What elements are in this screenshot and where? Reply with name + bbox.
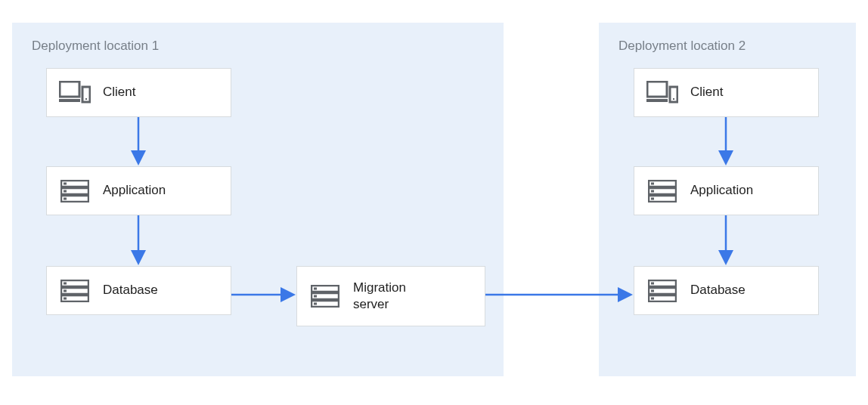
svg-rect-22	[647, 82, 667, 97]
svg-rect-29	[651, 190, 654, 192]
svg-rect-37	[651, 297, 654, 299]
node-migration-server: Migration server	[296, 266, 485, 326]
svg-rect-5	[64, 182, 67, 184]
client-devices-icon	[59, 77, 91, 109]
svg-rect-21	[314, 303, 317, 305]
node-application-2: Application	[634, 166, 819, 215]
svg-rect-13	[64, 289, 67, 292]
svg-rect-33	[651, 282, 654, 284]
server-rack-icon	[59, 275, 91, 307]
node-client-2-label: Client	[690, 84, 723, 100]
client-devices-icon	[646, 77, 678, 109]
server-rack-icon	[309, 280, 341, 312]
node-application-1-label: Application	[103, 182, 166, 199]
svg-rect-19	[314, 295, 317, 298]
region-1-title-text: Deployment location 1	[32, 39, 159, 53]
server-rack-icon	[59, 175, 91, 207]
region-2-title-text: Deployment location 2	[618, 39, 746, 53]
svg-rect-9	[64, 197, 67, 199]
node-database-2-label: Database	[690, 282, 746, 298]
server-rack-icon	[646, 175, 678, 207]
svg-rect-0	[60, 82, 79, 97]
region-1-title: Deployment location 1	[32, 39, 159, 54]
svg-rect-35	[651, 289, 654, 292]
region-2-title: Deployment location 2	[618, 39, 746, 54]
node-client-1: Client	[46, 68, 231, 117]
svg-rect-17	[314, 288, 317, 290]
node-database-1: Database	[46, 266, 231, 315]
node-application-1: Application	[46, 166, 231, 215]
node-migration-server-label: Migration server	[353, 280, 406, 313]
node-application-2-label: Application	[690, 182, 753, 199]
node-database-2: Database	[634, 266, 819, 315]
node-database-1-label: Database	[103, 282, 158, 298]
svg-rect-31	[651, 197, 654, 199]
node-client-1-label: Client	[103, 84, 135, 100]
svg-rect-27	[651, 182, 654, 184]
node-client-2: Client	[634, 68, 819, 117]
svg-rect-15	[64, 297, 67, 299]
svg-rect-11	[64, 282, 67, 284]
svg-rect-7	[64, 190, 67, 192]
server-rack-icon	[646, 275, 678, 307]
